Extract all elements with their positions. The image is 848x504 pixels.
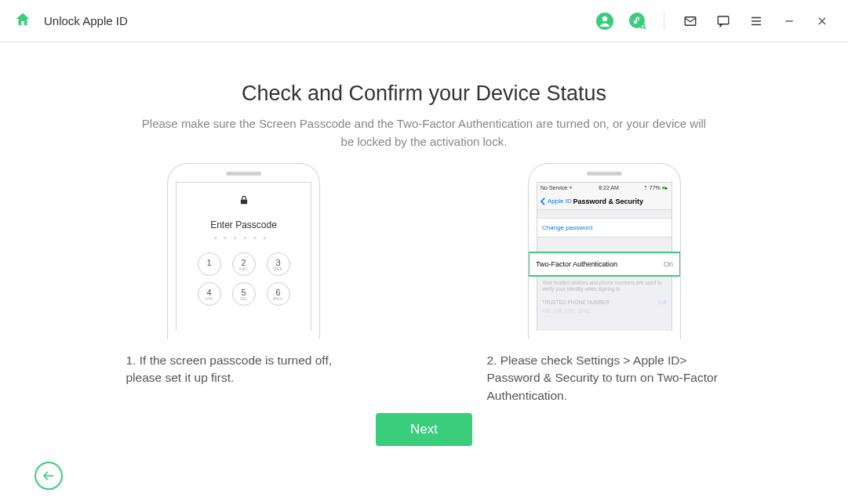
change-password-row: Change password: [537, 218, 671, 237]
arrow-left-icon: [42, 469, 56, 483]
phone-settings-mock: No Service ᯤ 8:22 AM ⇡ 77% ■▸ Apple ID P…: [528, 163, 681, 339]
wifi-icon: ᯤ: [569, 185, 574, 190]
statusbar-battery: ⇡ 77% ■▸: [643, 185, 668, 191]
enter-passcode-label: Enter Passcode: [177, 219, 311, 230]
feedback-icon[interactable]: [712, 9, 735, 33]
trusted-edit: Edit: [658, 299, 667, 305]
passcode-dots: ○○○○○○: [177, 235, 311, 240]
svg-line-4: [644, 27, 646, 29]
statusbar-time: 8:22 AM: [599, 185, 619, 190]
keypad: 1 2ABC 3DEF 4GHI 5JKL 6MNO: [177, 252, 311, 306]
column-passcode: Enter Passcode ○○○○○○ 1 2ABC 3DEF 4GHI 5…: [126, 163, 362, 407]
tfa-row-highlighted: Two-Factor Authentication On: [528, 252, 681, 277]
step-1-text: 1. If the screen passcode is turned off,…: [126, 352, 362, 407]
svg-rect-13: [240, 199, 246, 204]
app-title: Unlock Apple ID: [44, 14, 128, 27]
keypad-key-1: 1: [198, 252, 221, 276]
page-title: Check and Confirm your Device Status: [47, 82, 801, 106]
trusted-number: +86 158 1287 3241: [537, 306, 671, 315]
phone-speaker: [226, 172, 261, 176]
svg-point-1: [602, 16, 607, 20]
tfa-label: Two-Factor Authentication: [536, 260, 617, 268]
keypad-key-3: 3DEF: [267, 252, 290, 276]
column-tfa: No Service ᯤ 8:22 AM ⇡ 77% ■▸ Apple ID P…: [487, 163, 722, 407]
home-icon[interactable]: [14, 11, 31, 31]
nav-title: Password & Security: [548, 198, 668, 205]
menu-icon[interactable]: [744, 9, 768, 33]
page-subtitle: Please make sure the Screen Passcode and…: [142, 115, 707, 150]
phone-settings-screen: No Service ᯤ 8:22 AM ⇡ 77% ■▸ Apple ID P…: [537, 182, 672, 331]
svg-rect-6: [718, 16, 729, 24]
tfa-value: On: [664, 260, 673, 268]
trusted-header: TRUSTED PHONE NUMBER Edit: [537, 296, 671, 306]
titlebar-divider: [664, 13, 664, 30]
music-search-icon[interactable]: [626, 9, 650, 33]
account-icon[interactable]: [593, 9, 617, 33]
close-button[interactable]: [810, 9, 834, 33]
settings-navbar: Apple ID Password & Security: [537, 193, 671, 210]
keypad-key-5: 5JKL: [232, 282, 256, 306]
phone-passcode-screen: Enter Passcode ○○○○○○ 1 2ABC 3DEF 4GHI 5…: [176, 182, 311, 331]
tfa-hint: Your trusted devices and phone numbers a…: [537, 277, 671, 296]
next-button[interactable]: Next: [376, 413, 472, 446]
statusbar-carrier: No Service ᯤ: [540, 185, 574, 190]
keypad-key-2: 2ABC: [232, 252, 256, 276]
phone-passcode-mock: Enter Passcode ○○○○○○ 1 2ABC 3DEF 4GHI 5…: [167, 163, 320, 339]
keypad-key-6: 6MNO: [267, 282, 290, 306]
minimize-button[interactable]: [777, 9, 801, 33]
columns: Enter Passcode ○○○○○○ 1 2ABC 3DEF 4GHI 5…: [47, 163, 801, 407]
back-button[interactable]: [35, 462, 63, 490]
phone-speaker: [587, 172, 622, 176]
mail-icon[interactable]: [679, 9, 702, 33]
statusbar: No Service ᯤ 8:22 AM ⇡ 77% ■▸: [537, 183, 671, 193]
titlebar: Unlock Apple ID: [0, 0, 848, 42]
step-2-text: 2. Please check Settings > Apple ID> Pas…: [487, 352, 722, 407]
keypad-key-4: 4GHI: [198, 282, 221, 306]
main-content: Check and Confirm your Device Status Ple…: [0, 42, 848, 446]
lock-icon: [177, 194, 311, 208]
